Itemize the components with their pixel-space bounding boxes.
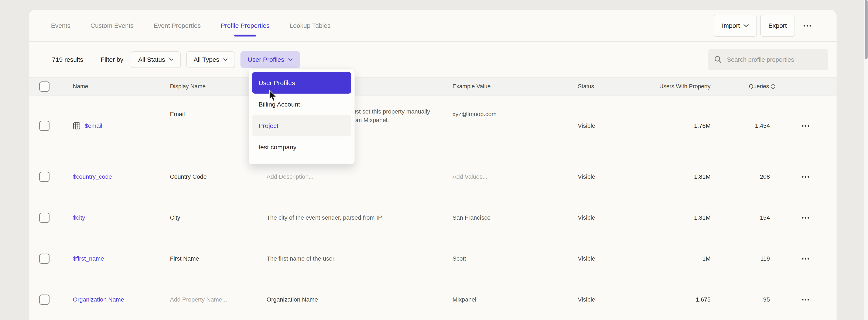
queries-cell: 154	[713, 214, 775, 221]
users-with-property-cell: 1.31M	[647, 214, 713, 221]
property-name-link[interactable]: $email	[85, 122, 102, 129]
example-value-cell[interactable]: Mixpanel	[453, 296, 578, 303]
column-header-users-with-property: Users With Property	[647, 83, 713, 90]
display-name-cell[interactable]: First Name	[170, 255, 267, 262]
row-more-button[interactable]: •••	[802, 296, 810, 303]
lexicon-card: Events Custom Events Event Properties Pr…	[29, 10, 837, 320]
entity-filter-dropdown[interactable]: User Profiles	[241, 51, 300, 68]
import-button-label: Import	[722, 22, 740, 29]
type-filter-dropdown[interactable]: All Types	[186, 51, 235, 68]
row-more-button[interactable]: •••	[802, 174, 810, 180]
toolbar: Import Export •••	[714, 15, 817, 37]
divider	[92, 54, 92, 66]
export-button-label: Export	[768, 22, 787, 29]
status-cell: Visible	[578, 214, 647, 221]
status-cell: Visible	[578, 296, 647, 303]
tab-profile-properties[interactable]: Profile Properties	[221, 22, 270, 29]
property-name-link[interactable]: $country_code	[73, 173, 112, 180]
table-row: $city City The city of the event sender,…	[29, 197, 837, 238]
description-cell[interactable]: The first name of the user.	[267, 254, 453, 263]
users-with-property-cell: 1.76M	[647, 122, 713, 129]
column-header-queries[interactable]: Queries	[713, 83, 775, 91]
chevron-down-icon	[288, 58, 293, 61]
table-row: $first_name First Name The first name of…	[29, 238, 837, 279]
import-button[interactable]: Import	[714, 15, 757, 37]
tab-events[interactable]: Events	[51, 22, 70, 29]
table-type-icon	[73, 122, 81, 130]
queries-header-label: Queries	[749, 83, 769, 90]
chevron-down-icon	[169, 58, 174, 61]
column-header-name: Name	[73, 83, 170, 90]
table-row: Organization Name Add Property Name... O…	[29, 279, 837, 320]
type-filter-value: All Types	[193, 56, 219, 63]
sort-arrows-icon	[771, 83, 775, 91]
tab-event-properties[interactable]: Event Properties	[154, 22, 201, 29]
scrollbar-thumb[interactable]	[865, 0, 868, 59]
property-name-link[interactable]: $first_name	[73, 255, 104, 262]
row-more-button[interactable]: •••	[802, 215, 810, 221]
property-name-link[interactable]: Organization Name	[73, 296, 124, 303]
users-with-property-cell: 1M	[647, 255, 713, 262]
status-filter-value: All Status	[138, 56, 165, 63]
export-button[interactable]: Export	[760, 15, 795, 37]
search-box	[708, 49, 828, 70]
tab-lookup-tables[interactable]: Lookup Tables	[289, 22, 331, 29]
row-checkbox[interactable]	[39, 172, 50, 182]
queries-cell: 119	[713, 255, 775, 262]
dropdown-item-user-profiles[interactable]: User Profiles	[252, 72, 351, 94]
users-with-property-cell: 1.81M	[647, 173, 713, 180]
dropdown-item-project[interactable]: Project	[252, 115, 351, 136]
row-checkbox[interactable]	[39, 294, 50, 305]
description-cell[interactable]: Add Description...	[267, 173, 453, 181]
display-name-cell[interactable]: City	[170, 214, 267, 221]
chevron-down-icon	[223, 58, 228, 61]
example-value-cell[interactable]: Scott	[453, 255, 578, 262]
status-cell: Visible	[578, 122, 647, 129]
row-more-button[interactable]: •••	[802, 255, 810, 262]
tab-bar: Events Custom Events Event Properties Pr…	[29, 10, 837, 42]
tab-custom-events[interactable]: Custom Events	[91, 22, 134, 29]
column-header-status: Status	[578, 83, 647, 90]
dropdown-item-test-company[interactable]: test company	[252, 136, 351, 158]
table-row: $country_code Country Code Add Descripti…	[29, 156, 837, 197]
row-checkbox[interactable]	[39, 254, 50, 264]
table-row: $email Email The user's email address. Y…	[29, 96, 837, 156]
status-cell: Visible	[578, 255, 647, 262]
scrollbar-track[interactable]	[864, 0, 868, 320]
status-cell: Visible	[578, 173, 647, 180]
dropdown-item-billing-account[interactable]: Billing Account	[252, 94, 351, 115]
row-checkbox[interactable]	[39, 213, 50, 223]
chevron-down-icon	[743, 24, 749, 27]
users-with-property-cell: 1,675	[647, 296, 713, 303]
queries-cell: 208	[713, 173, 775, 180]
entity-dropdown-menu: User Profiles Billing Account Project te…	[249, 69, 355, 165]
description-cell[interactable]: Organization Name	[267, 295, 453, 304]
more-options-button[interactable]: •••	[798, 23, 817, 29]
description-cell[interactable]: The city of the event sender, parsed fro…	[267, 213, 453, 222]
status-filter-dropdown[interactable]: All Status	[131, 51, 181, 68]
property-name-link[interactable]: $city	[73, 214, 85, 221]
table-header: Name Display Name Description Example Va…	[29, 77, 837, 96]
queries-cell: 95	[713, 296, 775, 303]
example-value-cell[interactable]: San Francisco	[453, 214, 578, 221]
example-value-cell[interactable]: xyz@lmnop.com	[453, 96, 578, 117]
row-more-button[interactable]: •••	[802, 123, 810, 129]
filter-bar: 719 results Filter by All Status All Typ…	[29, 42, 837, 77]
mouse-cursor-icon	[269, 90, 277, 103]
column-header-example-value: Example Value	[453, 83, 578, 90]
select-all-checkbox[interactable]	[39, 81, 50, 92]
filter-by-label: Filter by	[101, 56, 123, 63]
tabs: Events Custom Events Event Properties Pr…	[51, 22, 331, 29]
row-checkbox[interactable]	[39, 121, 50, 131]
search-input[interactable]	[727, 56, 823, 63]
example-value-cell[interactable]: Add Values...	[453, 173, 578, 180]
display-name-cell[interactable]: Add Property Name...	[170, 296, 267, 303]
entity-filter-value: User Profiles	[248, 56, 284, 63]
search-icon	[714, 56, 722, 64]
queries-cell: 1,454	[713, 122, 775, 129]
results-count: 719 results	[52, 56, 83, 63]
display-name-cell[interactable]: Country Code	[170, 173, 267, 180]
